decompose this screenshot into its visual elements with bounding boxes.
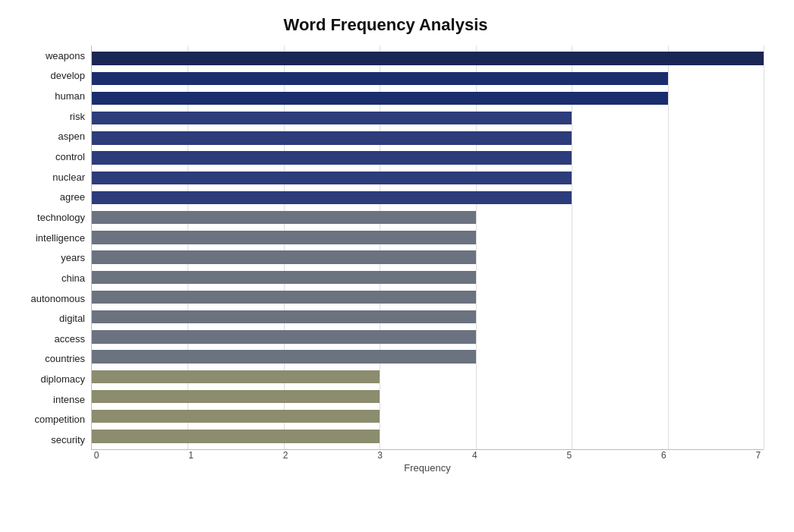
y-label: intelligence [36, 233, 85, 243]
x-tick: 4 [469, 450, 480, 461]
bar-row [92, 88, 764, 108]
bar-row [92, 228, 764, 247]
chart-area: weaponsdevelophumanriskaspencontrolnucle… [8, 46, 764, 471]
bar [92, 291, 476, 304]
bar [92, 191, 572, 204]
bars-inner [92, 46, 764, 449]
bar-row [92, 68, 764, 88]
bars-and-x: 01234567 Frequency [91, 46, 764, 471]
bar [92, 410, 380, 423]
chart-container: Word Frequency Analysis weaponsdevelophu… [0, 0, 794, 532]
bar [92, 72, 668, 85]
bar [92, 172, 572, 184]
y-label: china [61, 273, 85, 283]
x-tick: 6 [658, 450, 669, 461]
bar-row [92, 109, 764, 128]
x-tick: 7 [753, 450, 764, 461]
y-label: nuclear [52, 172, 85, 182]
bar-row [92, 427, 764, 446]
bar-row [92, 386, 764, 406]
y-label: years [61, 253, 85, 263]
bars-region [91, 46, 764, 450]
y-label: security [51, 435, 85, 445]
y-label: develop [50, 71, 85, 80]
y-label: autonomous [30, 294, 85, 304]
grid-line [764, 46, 764, 449]
bar-row [92, 267, 764, 287]
bar [92, 52, 764, 65]
x-axis-label: Frequency [91, 462, 764, 474]
bar [92, 370, 380, 383]
bar [92, 390, 380, 403]
bar [92, 112, 572, 124]
chart-title: Word Frequency Analysis [8, 15, 764, 35]
bar [92, 310, 476, 323]
bar-row [92, 128, 764, 148]
bar-row [92, 208, 764, 228]
bar [92, 131, 572, 144]
y-axis: weaponsdevelophumanriskaspencontrolnucle… [8, 46, 91, 471]
bar [92, 271, 476, 284]
bar [92, 231, 476, 244]
x-tick: 1 [186, 450, 197, 461]
y-label: agree [60, 192, 85, 202]
y-label: intense [53, 395, 85, 405]
bar-row [92, 187, 764, 207]
x-tick: 5 [564, 450, 575, 461]
x-tick: 0 [91, 450, 102, 461]
y-label: risk [70, 112, 85, 121]
y-label: weapons [46, 51, 85, 61]
bar-row [92, 327, 764, 347]
y-label: aspen [58, 131, 85, 141]
bar [92, 350, 476, 363]
bar-row [92, 168, 764, 187]
bar [92, 211, 476, 224]
x-axis: 01234567 Frequency [91, 450, 764, 471]
bar [92, 430, 380, 442]
bar-row [92, 247, 764, 267]
bar-row [92, 347, 764, 367]
bar-row [92, 287, 764, 307]
y-label: human [55, 91, 85, 101]
y-label: technology [37, 212, 85, 222]
y-label: competition [35, 414, 85, 424]
bar [92, 250, 476, 263]
bar-row [92, 307, 764, 327]
y-label: access [55, 334, 85, 344]
x-tick: 2 [280, 450, 291, 461]
bar [92, 330, 476, 343]
bar [92, 92, 668, 105]
y-label: countries [45, 354, 85, 364]
bar-row [92, 148, 764, 168]
bar-row [92, 367, 764, 386]
y-label: diplomacy [40, 374, 85, 384]
y-label: control [55, 152, 85, 162]
bar-row [92, 49, 764, 68]
y-label: digital [59, 313, 85, 323]
x-ticks: 01234567 [91, 450, 764, 461]
bar [92, 151, 572, 164]
bar-row [92, 407, 764, 427]
x-tick: 3 [375, 450, 386, 461]
